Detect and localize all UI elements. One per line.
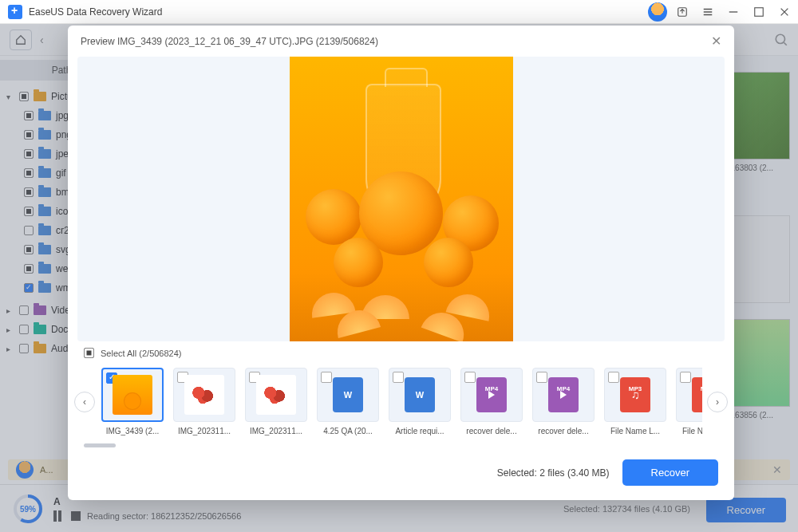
- share-icon[interactable]: [677, 6, 688, 18]
- preview-thumb[interactable]: W Article requi...: [389, 368, 451, 435]
- thumbs-next-button[interactable]: ›: [707, 392, 728, 412]
- preview-thumb[interactable]: IMG_202311...: [173, 368, 235, 435]
- preview-canvas: [77, 57, 725, 341]
- preview-modal: Preview IMG_3439 (2023_12_21 06_39_47 UT…: [68, 26, 734, 500]
- preview-thumb[interactable]: MP3♫ File Name L...: [604, 368, 666, 435]
- thumb-label: File Name L...: [676, 427, 702, 435]
- thumb-checkbox[interactable]: [321, 372, 332, 383]
- thumb-checkbox[interactable]: [536, 372, 547, 383]
- selected-count-label: Selected: 2 files (3.40 MB): [497, 467, 610, 479]
- thumb-label: 4.25 QA (20...: [317, 427, 379, 435]
- thumb-checkbox[interactable]: [464, 372, 476, 383]
- titlebar: EaseUS Data Recovery Wizard: [0, 0, 798, 24]
- recover-button[interactable]: Recover: [622, 459, 718, 486]
- preview-thumb[interactable]: MP4 recover dele...: [460, 368, 523, 435]
- thumb-label: recover dele...: [460, 427, 523, 435]
- select-all-checkbox[interactable]: [84, 348, 94, 358]
- preview-thumb[interactable]: MP3♫ File Name L...: [676, 368, 702, 435]
- thumb-checkbox[interactable]: [608, 372, 619, 383]
- preview-thumb[interactable]: W 4.25 QA (20...: [317, 368, 379, 435]
- menu-icon[interactable]: [702, 6, 713, 18]
- maximize-icon[interactable]: [753, 6, 764, 18]
- preview-thumb[interactable]: IMG_3439 (2...: [101, 368, 164, 435]
- preview-image: [290, 57, 513, 341]
- thumb-label: IMG_202311...: [245, 427, 307, 435]
- preview-thumb[interactable]: MP4 recover dele...: [532, 368, 595, 435]
- thumb-label: IMG_3439 (2...: [101, 427, 164, 435]
- preview-title: Preview IMG_3439 (2023_12_21 06_39_47 UT…: [81, 36, 378, 47]
- account-avatar-icon[interactable]: [648, 2, 667, 22]
- app-logo-icon: [8, 5, 22, 19]
- thumb-checkbox[interactable]: [680, 372, 691, 383]
- modal-close-icon[interactable]: ✕: [711, 33, 721, 49]
- preview-thumb[interactable]: IMG_202311...: [245, 368, 307, 435]
- svg-rect-1: [755, 7, 764, 16]
- thumbs-prev-button[interactable]: ‹: [74, 392, 95, 412]
- thumb-label: recover dele...: [532, 427, 595, 435]
- minimize-icon[interactable]: [728, 6, 739, 18]
- app-title: EaseUS Data Recovery Wizard: [29, 6, 162, 18]
- close-icon[interactable]: [779, 6, 790, 18]
- thumb-label: Article requi...: [389, 427, 451, 435]
- thumb-label: File Name L...: [604, 427, 666, 435]
- select-all-label: Select All (2/506824): [101, 349, 182, 358]
- thumb-checkbox[interactable]: [393, 372, 404, 383]
- thumb-label: IMG_202311...: [173, 427, 235, 435]
